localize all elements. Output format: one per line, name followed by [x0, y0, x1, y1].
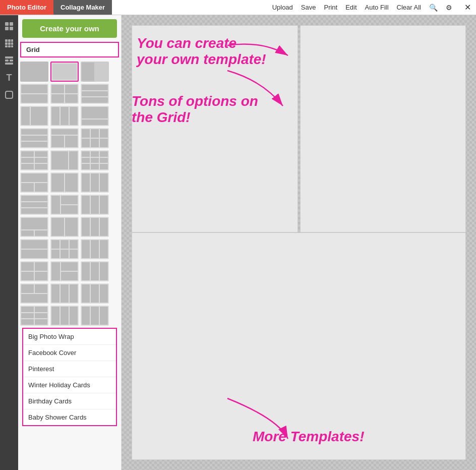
clear-all-button[interactable]: Clear All	[397, 4, 421, 11]
template-thumb-r4b[interactable]	[50, 128, 79, 148]
edit-button[interactable]: Edit	[345, 4, 356, 11]
template-thumb[interactable]	[81, 195, 109, 215]
template-row	[20, 106, 119, 126]
template-row	[20, 195, 119, 215]
svg-rect-5	[8, 39, 11, 42]
template-row	[20, 217, 119, 237]
template-pinterest[interactable]: Pinterest	[23, 361, 116, 377]
canvas-panel-bottom[interactable]	[132, 232, 466, 460]
template-thumb-single2[interactable]	[50, 62, 79, 82]
template-thumb[interactable]	[81, 150, 109, 170]
template-row	[20, 261, 119, 281]
template-thumb[interactable]	[50, 217, 79, 237]
template-thumb-r2b[interactable]	[50, 84, 79, 104]
template-row	[20, 283, 119, 304]
template-thumb-single[interactable]	[20, 62, 48, 82]
svg-rect-2	[5, 27, 9, 30]
template-thumb[interactable]	[20, 195, 48, 215]
svg-rect-16	[5, 63, 13, 65]
auto-fill-button[interactable]: Auto Fill	[365, 4, 389, 11]
upload-button[interactable]: Upload	[272, 4, 293, 11]
template-baby-shower[interactable]: Baby Shower Cards	[23, 409, 116, 425]
shapes-icon[interactable]	[2, 88, 16, 102]
template-row	[20, 172, 119, 193]
grid-icon[interactable]	[2, 36, 16, 50]
svg-rect-4	[5, 39, 8, 42]
template-facebook-cover[interactable]: Facebook Cover	[23, 345, 116, 361]
layout-icon[interactable]	[2, 53, 16, 68]
photo-editor-tab[interactable]: Photo Editor	[0, 0, 53, 15]
template-birthday-cards[interactable]: Birthday Cards	[23, 393, 116, 409]
grid-label[interactable]: Grid	[20, 42, 119, 57]
template-thumb[interactable]	[50, 283, 79, 304]
template-thumb-r3a[interactable]	[20, 106, 48, 126]
template-thumb[interactable]	[20, 150, 48, 170]
template-grid: Big Photo Wrap Facebook Cover Pinterest …	[18, 60, 121, 470]
template-thumb[interactable]	[20, 306, 48, 326]
template-thumb[interactable]	[50, 239, 79, 259]
template-row	[20, 150, 119, 170]
svg-rect-3	[10, 27, 13, 30]
text-icon[interactable]: T	[2, 71, 16, 85]
template-thumb-r4a[interactable]	[20, 128, 48, 148]
template-thumb-r2a[interactable]	[20, 84, 48, 104]
settings-icon[interactable]: ⚙	[446, 4, 452, 12]
template-thumb[interactable]	[50, 172, 79, 193]
canvas-top	[122, 15, 476, 233]
template-thumb[interactable]	[20, 283, 48, 304]
template-row	[20, 128, 119, 148]
template-row	[20, 306, 119, 326]
template-thumb[interactable]	[20, 239, 48, 259]
icon-bar: T	[0, 15, 18, 470]
template-thumb[interactable]	[50, 306, 79, 326]
template-big-photo-wrap[interactable]: Big Photo Wrap	[23, 329, 116, 345]
template-thumb[interactable]	[50, 261, 79, 281]
template-thumb[interactable]	[20, 261, 48, 281]
template-thumb[interactable]	[81, 217, 109, 237]
svg-rect-17	[6, 91, 13, 98]
more-templates-panel: Big Photo Wrap Facebook Cover Pinterest …	[22, 328, 117, 426]
template-row	[20, 239, 119, 259]
svg-rect-11	[8, 45, 11, 47]
print-button[interactable]: Print	[324, 4, 337, 11]
svg-rect-0	[5, 22, 9, 26]
sidebar: Create your own Grid	[18, 15, 122, 470]
svg-rect-7	[5, 42, 8, 45]
template-thumb[interactable]	[50, 150, 79, 170]
template-thumb[interactable]	[81, 239, 109, 259]
template-thumb[interactable]	[20, 217, 48, 237]
template-thumb[interactable]	[81, 283, 109, 304]
svg-rect-1	[10, 22, 13, 26]
svg-rect-15	[10, 60, 13, 62]
template-thumb-r3c[interactable]	[81, 106, 109, 126]
template-thumb[interactable]	[81, 306, 109, 326]
template-thumb-two-v[interactable]	[81, 62, 109, 82]
svg-rect-12	[11, 45, 13, 47]
save-button[interactable]: Save	[301, 4, 316, 11]
svg-rect-13	[5, 56, 13, 58]
svg-rect-8	[8, 42, 11, 45]
svg-rect-9	[11, 42, 13, 45]
canvas-panel-left[interactable]	[132, 25, 298, 232]
main-layout: T Create your own Grid	[0, 15, 476, 470]
canvas-panel-right[interactable]	[300, 25, 466, 232]
template-thumb-r3b[interactable]	[50, 106, 79, 126]
template-thumb-r4c[interactable]	[81, 128, 109, 148]
template-thumb[interactable]	[50, 195, 79, 215]
svg-rect-6	[11, 39, 13, 42]
top-bar: Photo Editor Collage Maker Upload Save P…	[0, 0, 476, 15]
template-thumb[interactable]	[20, 172, 48, 193]
collage-icon[interactable]	[2, 19, 16, 33]
search-icon[interactable]: 🔍	[429, 4, 438, 12]
template-row	[20, 84, 119, 104]
canvas-area: You can create your own template! Tons o…	[122, 15, 476, 470]
template-thumb[interactable]	[81, 172, 109, 193]
template-thumb-r2c[interactable]	[81, 84, 109, 104]
close-icon[interactable]: ✕	[464, 3, 471, 12]
template-winter-holiday[interactable]: Winter Holiday Cards	[23, 377, 116, 393]
top-actions: Upload Save Print Edit Auto Fill Clear A…	[272, 3, 476, 12]
template-thumb[interactable]	[81, 261, 109, 281]
create-own-button[interactable]: Create your own	[22, 19, 117, 38]
collage-maker-tab[interactable]: Collage Maker	[53, 0, 112, 15]
svg-rect-10	[5, 45, 8, 47]
